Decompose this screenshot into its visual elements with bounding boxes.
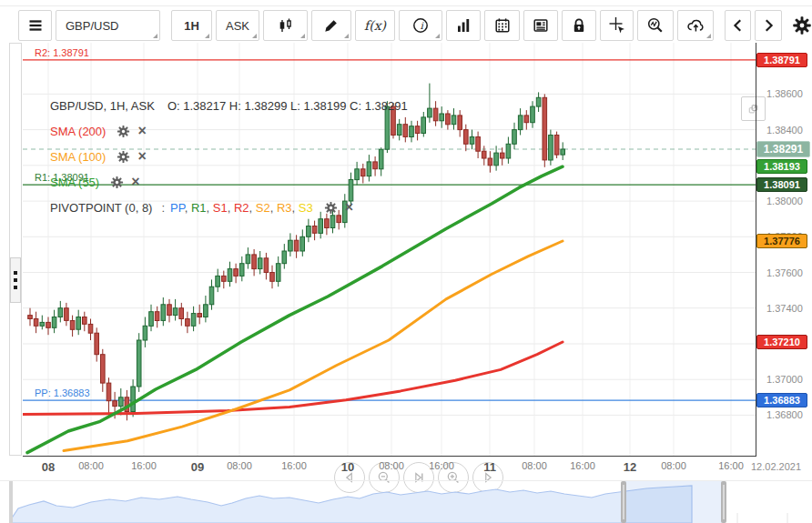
sma55-settings-icon[interactable]: [110, 176, 124, 189]
volume-bars-icon: [454, 16, 472, 35]
time-tick-label: 08:00: [78, 460, 104, 471]
price-tick-label: 1.37000: [766, 374, 803, 385]
ohlc-values: O: 1.38217 H: 1.38299 L: 1.38199 C: 1.38…: [167, 99, 408, 113]
chart-canvas[interactable]: GBP/USD, 1H, ASK O: 1.38217 H: 1.38299 L…: [23, 43, 756, 456]
chevron-right-icon: [760, 17, 776, 34]
price-tick-label: 1.38400: [766, 125, 803, 136]
hamburger-icon: [26, 16, 45, 35]
time-tick-label: 08:00: [522, 460, 547, 471]
news-button[interactable]: [523, 10, 558, 41]
svg-text:i: i: [420, 20, 424, 31]
indicator-row-sma200: SMA (200) ×: [50, 122, 408, 140]
time-tick-label: 08:00: [227, 460, 252, 471]
level-label-R1: R1: 1.38091: [35, 172, 89, 183]
menu-button[interactable]: [18, 10, 52, 41]
time-tick-label: 11: [483, 460, 496, 474]
magnifier-pulse-icon: [646, 16, 665, 35]
price-badge-R1: 1.38091: [756, 177, 807, 192]
scroll-back-button[interactable]: [725, 10, 751, 41]
crosshair-button[interactable]: [600, 10, 634, 41]
trading-app: GBP/USD 1H ASK f(x) i: [0, 0, 812, 523]
info-button[interactable]: i: [399, 10, 442, 41]
settings-button[interactable]: [786, 10, 812, 41]
price-tick-label: 1.36800: [766, 409, 803, 420]
candlestick-chart-icon: [277, 16, 295, 35]
sma200-label: SMA (200): [50, 125, 106, 138]
pivot-remove-icon[interactable]: ×: [345, 201, 353, 214]
gear-icon: [792, 15, 812, 35]
time-axis[interactable]: 0808:0016:000908:0016:001008:0016:001108…: [0, 457, 812, 480]
navigator-handle-left[interactable]: [621, 481, 626, 523]
symbol-info: GBP/USD, 1H, ASK: [50, 99, 155, 113]
pivot-levels: PP, R1, S1, R2, S2, R3, S3: [170, 201, 313, 215]
fx-icon: f(x): [364, 18, 386, 33]
axis-date-label: 12.02.2021: [751, 461, 801, 472]
calendar-icon: [493, 16, 512, 35]
info-icon: i: [411, 16, 430, 35]
chart-type-select[interactable]: [263, 10, 308, 41]
pivot-token-PP: PP: [170, 201, 185, 215]
pivot-token-R1: R1: [191, 201, 207, 215]
pivotpoint-label: PIVOTPOINT (0, 8): [50, 201, 152, 215]
navigator-overview: [0, 481, 812, 523]
pivot-token-R3: R3: [277, 201, 292, 215]
timeframe-label: 1H: [184, 19, 199, 33]
price-badge-R2: 1.38791: [756, 53, 807, 67]
time-tick-label: 16:00: [570, 460, 595, 471]
pivot-separator: :: [161, 201, 165, 215]
time-tick-label: 16:00: [718, 460, 744, 471]
navigator-window[interactable]: [624, 481, 724, 523]
left-panel-splitter[interactable]: [9, 43, 22, 456]
navigator[interactable]: [0, 481, 812, 523]
crosshair-cursor-icon: [608, 16, 626, 35]
navigator-handle-right[interactable]: [721, 481, 726, 523]
pivot-token-S3: S3: [299, 201, 313, 215]
sma55-remove-icon[interactable]: ×: [131, 176, 139, 188]
price-axis[interactable]: 1.386001.384001.382001.380001.378001.376…: [756, 43, 812, 457]
indicator-row-sma55: SMA (55) ×: [50, 173, 408, 191]
splitter-grip-icon[interactable]: [10, 257, 21, 303]
chart-zoom-button[interactable]: [637, 10, 674, 41]
time-tick-label: 09: [191, 460, 204, 474]
scroll-forward-button[interactable]: [755, 10, 782, 41]
symbol-label: GBP/USD: [66, 19, 119, 33]
sma100-settings-icon[interactable]: [117, 150, 130, 164]
time-tick-label: 08: [42, 460, 55, 474]
price-tick-label: 1.38600: [766, 88, 803, 99]
sma-price-badge-2: 1.37210: [756, 335, 807, 349]
current-price-badge: 1.38291: [756, 141, 810, 157]
price-type-select[interactable]: ASK: [216, 10, 259, 41]
sma200-remove-icon[interactable]: ×: [137, 125, 146, 137]
pivot-token-S1: S1: [213, 201, 228, 215]
time-tick-label: 16:00: [429, 460, 454, 471]
top-divider: [0, 5, 812, 6]
sma-price-badge-1: 1.37776: [756, 234, 807, 248]
time-tick-label: 16:00: [131, 460, 157, 471]
calendar-button[interactable]: [484, 10, 520, 41]
draw-tools-button[interactable]: [311, 10, 351, 41]
price-badge-PP: 1.36883: [756, 393, 807, 407]
chevron-left-icon: [730, 17, 746, 34]
toolbar: GBP/USD 1H ASK f(x) i: [18, 10, 812, 41]
sma100-label: SMA (100): [50, 150, 106, 164]
functions-button[interactable]: f(x): [355, 10, 395, 41]
cloud-upload-icon: [686, 16, 705, 35]
sma200-settings-icon[interactable]: [117, 125, 130, 138]
volume-button[interactable]: [446, 10, 481, 41]
price-tick-label: 1.37400: [766, 303, 803, 314]
pivot-settings-icon[interactable]: [324, 201, 338, 215]
level-label-PP: PP: 1.36883: [35, 387, 90, 398]
chart-legend: GBP/USD, 1H, ASK O: 1.38217 H: 1.38299 L…: [50, 96, 408, 224]
sma100-remove-icon[interactable]: ×: [137, 150, 146, 163]
lock-button[interactable]: [562, 10, 596, 41]
ohlc-legend-row: GBP/USD, 1H, ASK O: 1.38217 H: 1.38299 L…: [50, 96, 408, 115]
symbol-select[interactable]: GBP/USD: [56, 10, 160, 41]
news-icon: [532, 16, 550, 35]
time-tick-label: 16:00: [281, 460, 307, 471]
time-tick-label: 08:00: [661, 460, 686, 471]
pivot-token-R2: R2: [234, 201, 249, 215]
timeframe-select[interactable]: 1H: [171, 10, 212, 41]
lock-icon: [570, 16, 588, 35]
upload-button[interactable]: [677, 10, 714, 41]
pivot-legend-row: PIVOTPOINT (0, 8) : PP, R1, S1, R2, S2, …: [50, 198, 408, 216]
